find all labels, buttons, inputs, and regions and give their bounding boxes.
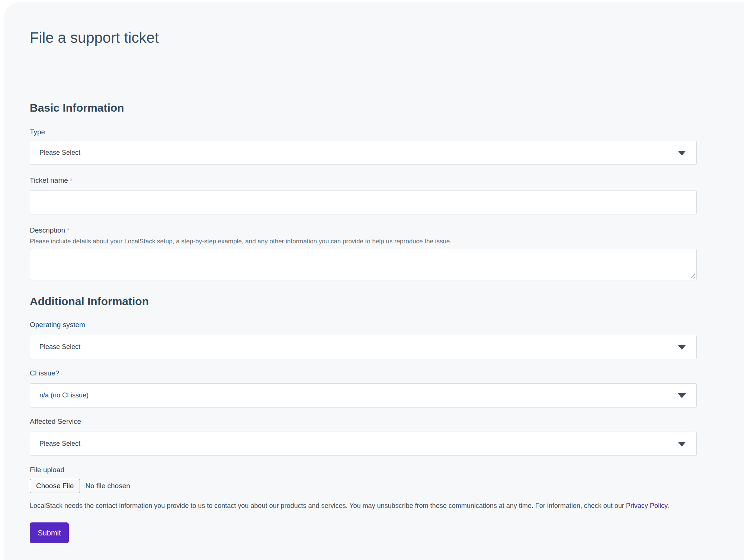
section-heading-additional-information: Additional Information [30,295,697,308]
chevron-down-icon [678,393,686,398]
required-asterisk: * [67,227,70,234]
chevron-down-icon [678,345,686,350]
ci-issue-select-value: n/a (no CI issue) [30,391,89,399]
legal-text: LocalStack needs the contact information… [30,501,697,510]
type-select-value: Please Select [30,149,80,157]
legal-text-body: LocalStack needs the contact information… [30,502,626,509]
operating-system-select[interactable]: Please Select [30,335,697,359]
affected-service-label: Affected Service [30,417,697,426]
operating-system-label: Operating system [30,320,697,330]
type-select[interactable]: Please Select [30,141,697,165]
ci-issue-select[interactable]: n/a (no CI issue) [30,383,697,407]
section-heading-basic-information: Basic Information [30,101,697,115]
file-upload-status: No file chosen [85,482,130,490]
support-ticket-form: File a support ticket Basic Information … [30,0,697,543]
affected-service-select[interactable]: Please Select [30,432,697,456]
required-asterisk: * [70,177,73,184]
description-field-wrap [30,249,697,280]
ticket-name-input[interactable] [30,190,697,214]
description-label: Description* [30,225,697,236]
submit-button[interactable]: Submit [30,522,69,543]
page-title: File a support ticket [30,29,697,46]
file-upload-control: Choose File No file chosen [30,479,697,493]
file-upload-label: File upload [30,465,697,475]
ticket-name-label: Ticket name* [30,176,697,186]
type-label: Type [30,127,697,137]
chevron-down-icon [678,151,686,156]
privacy-policy-link[interactable]: Privacy Policy. [626,502,669,509]
chevron-down-icon [678,442,686,447]
ci-issue-label: CI issue? [30,368,697,378]
description-help-text: Please include details about your LocalS… [30,237,697,246]
affected-service-select-value: Please Select [30,440,80,448]
operating-system-select-value: Please Select [30,343,80,351]
choose-file-button[interactable]: Choose File [30,479,80,493]
description-textarea[interactable] [30,249,697,280]
